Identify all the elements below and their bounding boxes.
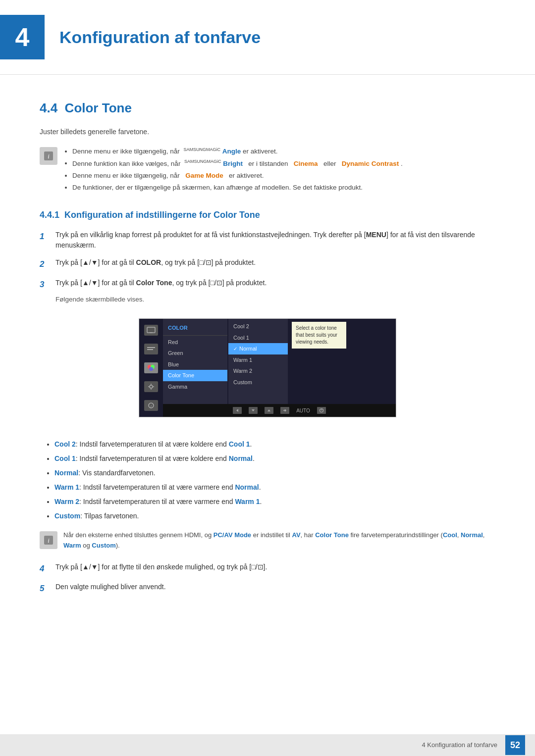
step-text-2: Tryk på [▲/▼] for at gå til COLOR, og tr… [55, 257, 495, 268]
menu-sub: Cool 2 Cool 1 Normal Warm 1 Warm 2 Custo… [228, 319, 288, 417]
nav-down-icon [249, 407, 258, 414]
hdmi-note-text: Når den eksterne enhed tilsluttes gennem… [63, 530, 495, 551]
notes-list: Denne menu er ikke tilgængelig, når SAMS… [63, 146, 403, 195]
nav-auto-text: AUTO [296, 407, 310, 414]
chapter-number: 4 [15, 18, 30, 56]
svg-text:i: i [151, 404, 152, 408]
icon-monitor [144, 325, 158, 336]
svg-marker-18 [252, 409, 255, 411]
note-icon: i [40, 147, 57, 165]
nav-left-icon [233, 407, 242, 414]
menu-item-blue: Blue [163, 359, 227, 370]
icon-color [144, 362, 158, 373]
step-text-5: Den valgte mulighed bliver anvendt. [55, 582, 495, 592]
menu-sub-warm1: Warm 1 [228, 354, 288, 366]
menu-sub-warm2: Warm 2 [228, 365, 288, 377]
hdmi-note-icon: i [40, 531, 57, 549]
section-heading: 4.4 Color Tone [40, 99, 495, 118]
step-3-sub: Følgende skærmbillede vises. [55, 295, 495, 304]
menu-item-red: Red [163, 337, 227, 348]
icon-settings [144, 381, 158, 392]
nav-up-icon [265, 407, 273, 414]
step-number-1: 1 [40, 230, 51, 243]
step-number-4: 4 [40, 562, 51, 575]
nav-power-icon [317, 407, 326, 414]
step-1: 1 Tryk på en vilkårlig knap forrest på p… [40, 230, 495, 251]
menu-item-gamma: Gamma [163, 381, 227, 393]
bullet-normal: Normal: Vis standardfarvetonen. [54, 468, 495, 478]
footer-chapter-text: 4 Konfiguration af tonfarve [422, 740, 498, 750]
step-text-4: Tryk på [▲/▼] for at flytte til den ønsk… [55, 562, 495, 572]
note-block: i Denne menu er ikke tilgængelig, når SA… [40, 146, 495, 195]
menu-item-green: Green [163, 348, 227, 359]
nav-enter-icon [280, 407, 289, 414]
bullet-custom: Custom: Tilpas farvetonen. [54, 511, 495, 521]
bullet-cool2: Cool 2: Indstil farvetemperaturen til at… [54, 439, 495, 450]
note-item-3: Denne menu er ikke tilgængelig, når Game… [72, 171, 403, 181]
step-number-3: 3 [40, 278, 51, 291]
svg-text:i: i [48, 537, 50, 544]
chapter-number-box: 4 [0, 15, 45, 59]
menu-left-icons: i [139, 319, 163, 417]
icon-brightness [144, 344, 158, 354]
svg-point-9 [149, 367, 153, 371]
step-number-2: 2 [40, 257, 51, 271]
page-footer: 4 Konfiguration af tonfarve 52 [0, 734, 535, 756]
menu-color-title: COLOR [163, 322, 227, 336]
page-header: 4 Konfiguration af tonfarve [0, 0, 535, 69]
menu-tooltip: Select a color tone that best suits your… [292, 322, 346, 349]
section-intro: Juster billedets generelle farvetone. [40, 127, 495, 137]
menu-bottom-bar: AUTO [163, 404, 396, 417]
menu-sub-normal: Normal [228, 343, 288, 354]
svg-marker-19 [268, 409, 270, 411]
note-item-1: Denne menu er ikke tilgængelig, når SAMS… [72, 146, 403, 156]
bullet-warm2: Warm 2: Indstil farvetemperaturen til at… [54, 497, 495, 507]
menu-item-colortone: Color Tone [163, 370, 227, 381]
menu-sub-cool2: Cool 2 [228, 321, 288, 332]
step-text-1: Tryk på en vilkårlig knap forrest på pro… [55, 230, 495, 251]
subsection-heading: 4.4.1 Konfiguration af indstillingerne f… [40, 208, 495, 222]
chapter-title: Konfiguration af tonfarve [59, 25, 261, 50]
menu-screenshot: i COLOR Red Green Blue Color Tone Gamma … [139, 318, 396, 417]
icon-info: i [144, 400, 158, 411]
step-number-5: 5 [40, 582, 51, 595]
hdmi-note-symbol: i [43, 535, 54, 546]
menu-main: COLOR Red Green Blue Color Tone Gamma [163, 319, 227, 417]
bullet-warm1: Warm 1: Indstil farvetemperaturen til at… [54, 482, 495, 493]
note-symbol-icon: i [43, 151, 54, 161]
step-4: 4 Tryk på [▲/▼] for at flytte til den øn… [40, 562, 495, 575]
svg-point-10 [150, 385, 153, 388]
menu-screenshot-container: i COLOR Red Green Blue Color Tone Gamma … [40, 309, 495, 428]
menu-sub-custom: Custom [228, 377, 288, 388]
menu-sub-cool1: Cool 1 [228, 332, 288, 344]
step-2: 2 Tryk på [▲/▼] for at gå til COLOR, og … [40, 257, 495, 271]
note-item-4: De funktioner, der er tilgængelige på sk… [72, 183, 403, 193]
svg-rect-5 [147, 347, 155, 348]
step-3: 3 Tryk på [▲/▼] for at gå til Color Tone… [40, 278, 495, 291]
color-tone-bullets: Cool 2: Indstil farvetemperaturen til at… [40, 439, 495, 521]
main-content: 4.4 Color Tone Juster billedets generell… [0, 84, 535, 632]
svg-rect-6 [147, 349, 153, 350]
footer-page-number: 52 [505, 735, 525, 755]
hdmi-note-block: i Når den eksterne enhed tilsluttes genn… [40, 530, 495, 551]
step-text-3: Tryk på [▲/▼] for at gå til Color Tone, … [55, 278, 495, 288]
bullet-cool1: Cool 1: Indstil farvetemperaturen til at… [54, 454, 495, 464]
svg-marker-17 [236, 409, 238, 412]
note-item-2: Denne funktion kan ikke vælges, når SAMS… [72, 158, 403, 169]
step-5: 5 Den valgte mulighed bliver anvendt. [40, 582, 495, 595]
svg-rect-2 [147, 327, 155, 333]
svg-text:i: i [48, 152, 50, 160]
